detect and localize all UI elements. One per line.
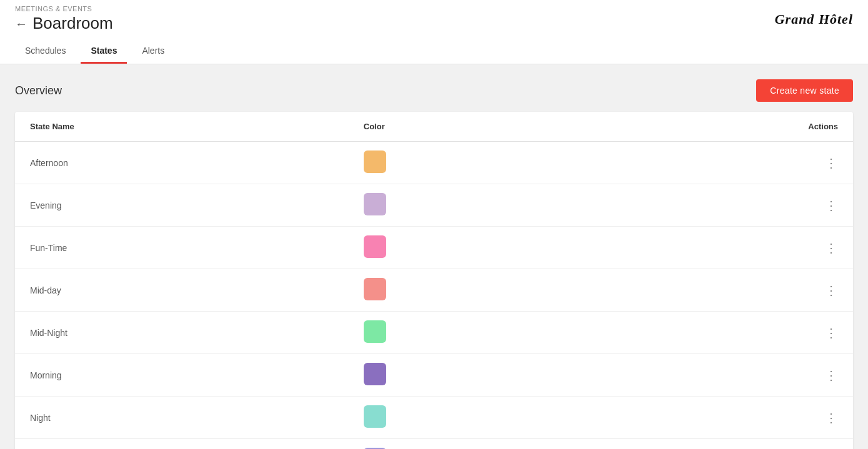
state-actions-cell: ⋮ bbox=[584, 142, 853, 184]
table-row: Mid-day⋮ bbox=[15, 269, 853, 312]
more-options-icon[interactable]: ⋮ bbox=[825, 368, 838, 382]
color-swatch bbox=[364, 235, 386, 258]
state-color-cell bbox=[349, 397, 584, 439]
logo: Grand Hôtel bbox=[775, 11, 853, 27]
tab-states[interactable]: States bbox=[81, 39, 127, 64]
state-actions-cell: ⋮ bbox=[584, 227, 853, 269]
state-color-cell bbox=[349, 354, 584, 397]
create-new-state-button[interactable]: Create new state bbox=[756, 79, 853, 102]
table-row: Party⋮ bbox=[15, 439, 853, 450]
state-actions-cell: ⋮ bbox=[584, 397, 853, 439]
state-color-cell bbox=[349, 269, 584, 312]
table-row: Night⋮ bbox=[15, 397, 853, 439]
overview-title: Overview bbox=[15, 84, 62, 97]
table-row: Afternoon⋮ bbox=[15, 142, 853, 184]
col-header-color: Color bbox=[349, 112, 584, 142]
state-color-cell bbox=[349, 227, 584, 269]
tabs-row: Schedules States Alerts bbox=[15, 39, 853, 64]
state-actions-cell: ⋮ bbox=[584, 312, 853, 354]
state-actions-cell: ⋮ bbox=[584, 354, 853, 397]
table-header-row: State Name Color Actions bbox=[15, 112, 853, 142]
more-options-icon[interactable]: ⋮ bbox=[825, 284, 838, 297]
state-name-cell: Night bbox=[15, 397, 349, 439]
states-table: State Name Color Actions Afternoon⋮Eveni… bbox=[15, 112, 853, 449]
table-row: Fun-Time⋮ bbox=[15, 227, 853, 269]
col-header-state-name: State Name bbox=[15, 112, 349, 142]
more-options-icon[interactable]: ⋮ bbox=[825, 241, 838, 255]
table-row: Evening⋮ bbox=[15, 184, 853, 227]
main-content: Overview Create new state State Name Col… bbox=[0, 64, 868, 449]
more-options-icon[interactable]: ⋮ bbox=[825, 199, 838, 212]
color-swatch bbox=[364, 320, 386, 343]
tab-alerts[interactable]: Alerts bbox=[132, 39, 174, 64]
color-swatch bbox=[364, 150, 386, 173]
state-color-cell bbox=[349, 184, 584, 227]
more-options-icon[interactable]: ⋮ bbox=[825, 326, 838, 340]
state-color-cell bbox=[349, 312, 584, 354]
more-options-icon[interactable]: ⋮ bbox=[825, 411, 838, 425]
col-header-actions: Actions bbox=[584, 112, 853, 142]
state-actions-cell: ⋮ bbox=[584, 184, 853, 227]
meetings-label: MEETINGS & EVENTS bbox=[15, 5, 113, 12]
states-table-container: State Name Color Actions Afternoon⋮Eveni… bbox=[15, 112, 853, 449]
page-title: Boardroom bbox=[32, 14, 113, 33]
breadcrumb-row: MEETINGS & EVENTS ← Boardroom Grand Hôte… bbox=[15, 0, 853, 33]
color-swatch bbox=[364, 193, 386, 215]
state-name-cell: Morning bbox=[15, 354, 349, 397]
more-options-icon[interactable]: ⋮ bbox=[825, 156, 838, 170]
color-swatch bbox=[364, 405, 386, 428]
state-name-cell: Mid-day bbox=[15, 269, 349, 312]
state-name-cell: Afternoon bbox=[15, 142, 349, 184]
state-color-cell bbox=[349, 439, 584, 450]
page-title-row: ← Boardroom bbox=[15, 14, 113, 33]
state-name-cell: Mid-Night bbox=[15, 312, 349, 354]
state-name-cell: Party bbox=[15, 439, 349, 450]
overview-header: Overview Create new state bbox=[15, 79, 853, 102]
state-color-cell bbox=[349, 142, 584, 184]
state-name-cell: Evening bbox=[15, 184, 349, 227]
color-swatch bbox=[364, 363, 386, 385]
state-actions-cell: ⋮ bbox=[584, 439, 853, 450]
back-arrow-icon[interactable]: ← bbox=[15, 17, 27, 30]
table-row: Morning⋮ bbox=[15, 354, 853, 397]
table-body: Afternoon⋮Evening⋮Fun-Time⋮Mid-day⋮Mid-N… bbox=[15, 142, 853, 450]
state-actions-cell: ⋮ bbox=[584, 269, 853, 312]
top-bar: MEETINGS & EVENTS ← Boardroom Grand Hôte… bbox=[0, 0, 868, 64]
table-row: Mid-Night⋮ bbox=[15, 312, 853, 354]
state-name-cell: Fun-Time bbox=[15, 227, 349, 269]
breadcrumb-left: MEETINGS & EVENTS ← Boardroom bbox=[15, 5, 113, 33]
tab-schedules[interactable]: Schedules bbox=[15, 39, 76, 64]
color-swatch bbox=[364, 278, 386, 300]
